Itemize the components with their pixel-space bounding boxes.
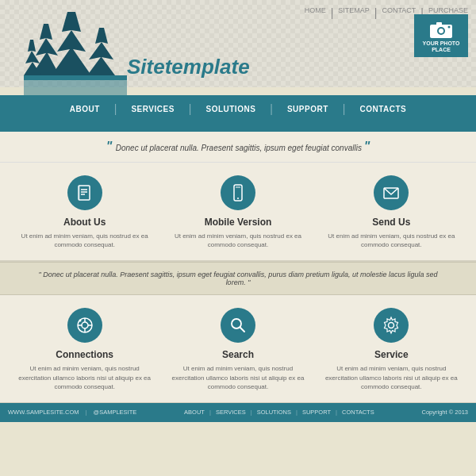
feature-connections: Connections Ut enim ad minim veniam, qui… <box>17 308 152 391</box>
about-us-icon-circle <box>67 175 102 210</box>
footer-nav-support[interactable]: SUPPORT <box>302 409 331 416</box>
feature-title-about: About Us <box>63 217 106 228</box>
gear-icon <box>382 316 401 335</box>
nav-contacts[interactable]: CONTACTS <box>345 105 420 113</box>
svg-point-29 <box>389 323 394 328</box>
footer-nav-contacts[interactable]: CONTACTS <box>342 409 374 416</box>
divider1: | <box>331 6 334 19</box>
envelope-icon <box>382 184 400 202</box>
top-nav-home[interactable]: HOME <box>305 6 326 19</box>
search-icon <box>229 317 247 334</box>
feature-mobile: Mobile Version Ut enim ad minim veniam, … <box>171 175 305 249</box>
close-quote: " <box>364 140 370 153</box>
quote-section-1: " Donec ut placerat nulla. Praesent sagi… <box>0 132 476 163</box>
send-icon-circle <box>374 175 409 210</box>
search-icon-circle <box>221 308 255 343</box>
svg-point-26 <box>79 320 81 322</box>
svg-marker-1 <box>52 12 91 75</box>
mobile-icon <box>229 184 247 202</box>
footer-div3: | <box>296 409 298 416</box>
feature-desc-service: Ut enim ad minim veniam, quis nostrud ex… <box>324 364 459 391</box>
connections-icon-circle <box>67 308 102 343</box>
quote-section-2: " Donec ut placerat nulla. Praesent sagi… <box>0 262 476 295</box>
feature-title-send: Send Us <box>372 217 410 228</box>
footer-copyright: Copyright © 2013 <box>422 409 468 416</box>
footer-social: @SAMPLESITE <box>94 409 137 416</box>
footer-div0: | <box>86 409 87 416</box>
feature-desc-connections: Ut enim ad minim veniam, quis nostrud ex… <box>17 364 152 391</box>
footer-div1: | <box>209 409 211 416</box>
quote-text-2: Donec ut placerat nulla. Praesent sagitt… <box>43 271 437 286</box>
tree-silhouette <box>24 8 127 95</box>
footer: WWW.SAMPLESITE.COM | @SAMPLESITE ABOUT |… <box>0 403 476 422</box>
feature-desc-search: Ut enim ad minim veniam, quis nostrud ex… <box>171 364 305 391</box>
features-section-2: Connections Ut enim ad minim veniam, qui… <box>0 295 476 403</box>
feature-send-us: Send Us Ut enim ad minim veniam, quis no… <box>324 175 459 249</box>
footer-div4: | <box>336 409 337 416</box>
svg-rect-9 <box>436 22 442 25</box>
nav-support[interactable]: SUPPORT <box>273 105 343 113</box>
site-title: Sitetemplate <box>127 55 250 79</box>
feature-service: Service Ut enim ad minim veniam, quis no… <box>324 308 459 391</box>
service-icon-circle <box>374 308 409 343</box>
feature-search: Search Ut enim ad minim veniam, quis nos… <box>171 308 305 391</box>
header: HOME | SITEMAP | CONTACT | PURCHASE <box>0 0 476 95</box>
top-nav-contact[interactable]: CONTACT <box>382 6 416 19</box>
svg-rect-5 <box>24 75 127 80</box>
svg-rect-15 <box>79 186 80 200</box>
svg-point-8 <box>439 29 443 33</box>
mobile-icon-circle <box>221 175 255 210</box>
svg-point-21 <box>82 322 88 328</box>
feature-title-mobile: Mobile Version <box>205 217 272 228</box>
main-navigation: ABOUT | SERVICES | SOLUTIONS | SUPPORT |… <box>0 95 476 122</box>
photo-place-box[interactable]: YOUR PHOTO PLACE <box>414 14 468 57</box>
feature-title-search: Search <box>222 349 254 360</box>
close-quote-2: " <box>248 278 250 286</box>
quote-text-1: Donec ut placerat nulla. Praesent sagitt… <box>116 144 362 152</box>
features-section-1: About Us Ut enim ad minim veniam, quis n… <box>0 163 476 262</box>
footer-site: WWW.SAMPLESITE.COM <box>8 409 79 416</box>
nav-services[interactable]: SERVICES <box>117 105 188 113</box>
svg-marker-3 <box>87 28 115 75</box>
footer-nav-solutions[interactable]: SOLUTIONS <box>257 409 291 416</box>
feature-desc-about: Ut enim ad minim veniam, quis nostrud ex… <box>17 232 152 249</box>
svg-rect-11 <box>79 186 90 200</box>
footer-left: WWW.SAMPLESITE.COM | @SAMPLESITE <box>8 409 136 416</box>
top-nav-sitemap[interactable]: SITEMAP <box>338 6 370 19</box>
svg-point-17 <box>237 198 239 199</box>
teal-accent-band <box>0 122 476 132</box>
photo-place-text: YOUR PHOTO PLACE <box>422 40 460 54</box>
svg-point-10 <box>448 26 451 29</box>
open-quote: " <box>106 140 116 153</box>
feature-desc-mobile: Ut enim ad minim veniam, quis nostrud ex… <box>171 232 305 249</box>
nav-solutions[interactable]: SOLUTIONS <box>191 105 270 113</box>
divider2: | <box>374 6 378 19</box>
footer-navigation: ABOUT | SERVICES | SOLUTIONS | SUPPORT |… <box>184 409 374 416</box>
camera-icon <box>430 21 452 38</box>
nav-about[interactable]: ABOUT <box>56 105 114 113</box>
footer-nav-services[interactable]: SERVICES <box>216 409 246 416</box>
svg-line-28 <box>240 328 244 332</box>
feature-title-connections: Connections <box>56 349 113 360</box>
footer-div2: | <box>251 409 252 416</box>
footer-nav-about[interactable]: ABOUT <box>184 409 205 416</box>
feature-title-service: Service <box>374 349 409 360</box>
feature-about-us: About Us Ut enim ad minim veniam, quis n… <box>17 175 152 249</box>
book-icon <box>76 184 94 202</box>
connections-icon <box>75 316 94 335</box>
feature-desc-send: Ut enim ad minim veniam, quis nostrud ex… <box>324 232 459 249</box>
